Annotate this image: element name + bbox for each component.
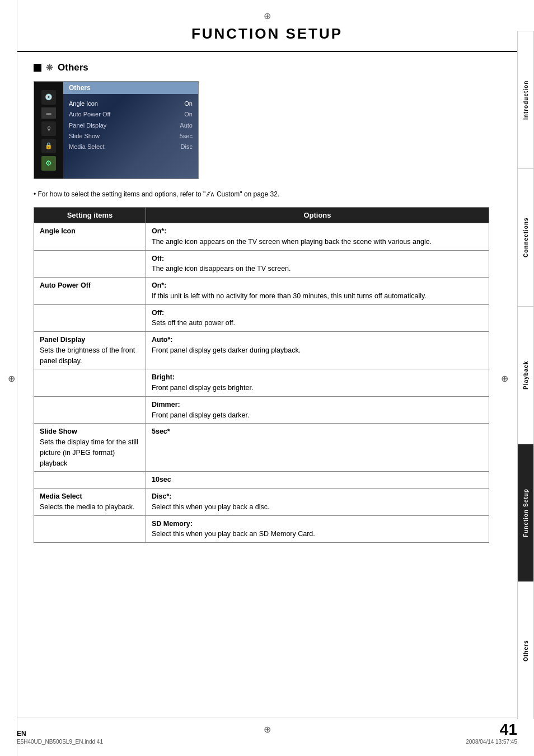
table-row: Off: Sets off the auto power off. <box>34 304 489 332</box>
option-desc: The angle icon appears on the TV screen … <box>152 238 432 246</box>
page-footer: EN E5H40UD_NB500SL9_EN.indd 41 41 2008/0… <box>17 717 517 745</box>
device-menu-list: Angle Icon On Auto Power Off On Panel Di… <box>63 94 198 157</box>
left-border <box>17 0 17 756</box>
option-label: On*: <box>152 227 166 235</box>
device-menu-item-2: Panel Display Auto <box>69 120 193 131</box>
col-header-options: Options <box>146 208 489 223</box>
crosshair-right-icon: ⊕ <box>501 373 508 383</box>
option-label: Disc*: <box>152 492 171 500</box>
footer-page-number: 41 <box>500 722 517 738</box>
device-screenshot: 💿 ▬ 🎙 🔒 ⚙ Others Angle Icon On Auto Powe… <box>34 81 199 179</box>
heading-square-icon <box>34 64 41 72</box>
option-desc: Select this when you play back a disc. <box>152 503 270 511</box>
option-desc: The angle icon disappears on the TV scre… <box>152 265 291 273</box>
item-name-angle-icon: Angle Icon <box>40 227 76 235</box>
settings-table: Setting items Options Angle Icon On*: Th… <box>34 207 489 543</box>
option-desc: If this unit is left with no activity fo… <box>152 292 427 300</box>
heading-label: Others <box>58 62 88 73</box>
option-label: 10sec <box>152 476 171 483</box>
main-content: ❊ Others 💿 ▬ 🎙 🔒 ⚙ Others Angle Icon On <box>17 52 517 565</box>
section-heading: ❊ Others <box>34 62 489 73</box>
device-main-screen: Others Angle Icon On Auto Power Off On P… <box>63 82 198 179</box>
footer-date: 2008/04/14 13:57:45 <box>466 739 517 745</box>
option-label: Auto*: <box>152 336 173 344</box>
device-icon-mic: 🎙 <box>41 121 56 136</box>
item-name-slideshow: Slide Show <box>40 428 77 435</box>
table-row: Media Select Selects the media to playba… <box>34 489 489 516</box>
heading-gear-icon: ❊ <box>46 63 53 73</box>
table-row: Dimmer: Front panel display gets darker. <box>34 396 489 424</box>
sidebar-others: Others <box>518 581 534 719</box>
item-name-auto-power: Auto Power Off <box>40 281 91 289</box>
table-row: Slide Show Sets the display time for the… <box>34 424 489 472</box>
col-header-setting: Setting items <box>34 208 146 223</box>
table-row: Off: The angle icon disappears on the TV… <box>34 250 489 278</box>
right-sidebar: Introduction Connections Playback Functi… <box>517 31 534 719</box>
page-title: FUNCTION SETUP <box>17 0 517 52</box>
footer-file: E5H40UD_NB500SL9_EN.indd 41 <box>17 739 103 745</box>
item-name-panel: Panel Display <box>40 336 85 344</box>
option-label: SD Memory: <box>152 520 193 528</box>
sidebar-connections: Connections <box>518 168 534 306</box>
item-sub-panel: Sets the brightness of the front panel d… <box>40 346 135 365</box>
item-sub-media: Selects the media to playback. <box>40 503 135 511</box>
device-icon-box: ▬ <box>41 107 56 119</box>
option-desc: Select this when you play back an SD Mem… <box>152 530 315 538</box>
note-text: • For how to select the setting items an… <box>34 189 489 199</box>
crosshair-top-icon: ⊕ <box>261 10 273 21</box>
device-icon-gear-active: ⚙ <box>41 156 56 171</box>
table-row: SD Memory: Select this when you play bac… <box>34 515 489 543</box>
sidebar-function-setup: Function Setup <box>518 444 534 581</box>
device-icon-lock: 🔒 <box>41 139 56 153</box>
device-left-panel: 💿 ▬ 🎙 🔒 ⚙ <box>34 82 63 179</box>
option-desc: Front panel display gets brighter. <box>152 384 253 392</box>
table-row: Angle Icon On*: The angle icon appears o… <box>34 223 489 251</box>
sidebar-playback: Playback <box>518 306 534 444</box>
option-label: On*: <box>152 281 166 289</box>
device-menu-bar: Others <box>63 82 198 94</box>
footer-lang: EN <box>17 730 103 738</box>
device-menu-item-4: Media Select Disc <box>69 142 193 152</box>
option-desc: Front panel display gets darker during p… <box>152 346 301 354</box>
option-desc: Sets off the auto power off. <box>152 319 235 327</box>
crosshair-left-icon: ⊕ <box>8 373 15 383</box>
device-icon-disc: 💿 <box>41 90 56 105</box>
table-row: Panel Display Sets the brightness of the… <box>34 332 489 369</box>
sidebar-introduction: Introduction <box>518 31 534 168</box>
table-row: Auto Power Off On*: If this unit is left… <box>34 278 489 305</box>
option-label: Off: <box>152 309 164 317</box>
option-label: Dimmer: <box>152 401 180 408</box>
item-sub-slideshow: Sets the display time for the still pict… <box>40 438 138 467</box>
item-name-media: Media Select <box>40 492 82 500</box>
option-desc: Front panel display gets darker. <box>152 411 249 419</box>
option-label: 5sec* <box>152 428 170 435</box>
device-menu-item-0: Angle Icon On <box>69 98 193 109</box>
table-row: Bright: Front panel display gets brighte… <box>34 369 489 397</box>
option-label: Bright: <box>152 373 175 381</box>
table-row: 10sec <box>34 472 489 489</box>
device-menu-item-1: Auto Power Off On <box>69 109 193 120</box>
option-label: Off: <box>152 255 164 262</box>
device-menu-item-3: Slide Show 5sec <box>69 131 193 142</box>
